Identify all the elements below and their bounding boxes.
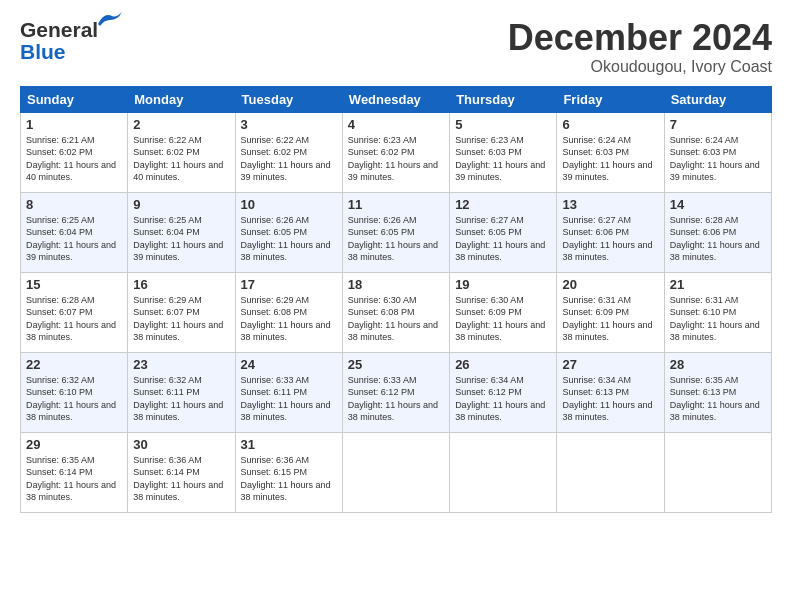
day-number: 13 [562, 197, 658, 212]
day-number: 15 [26, 277, 122, 292]
day-number: 28 [670, 357, 766, 372]
calendar-week-5: 29Sunrise: 6:35 AMSunset: 6:14 PMDayligh… [21, 432, 772, 512]
day-number: 5 [455, 117, 551, 132]
day-number: 23 [133, 357, 229, 372]
day-info: Sunrise: 6:29 AMSunset: 6:08 PMDaylight:… [241, 295, 331, 343]
calendar-cell: 18Sunrise: 6:30 AMSunset: 6:08 PMDayligh… [342, 272, 449, 352]
day-info: Sunrise: 6:28 AMSunset: 6:06 PMDaylight:… [670, 215, 760, 263]
day-info: Sunrise: 6:29 AMSunset: 6:07 PMDaylight:… [133, 295, 223, 343]
col-monday: Monday [128, 86, 235, 112]
calendar-cell: 14Sunrise: 6:28 AMSunset: 6:06 PMDayligh… [664, 192, 771, 272]
day-number: 29 [26, 437, 122, 452]
col-wednesday: Wednesday [342, 86, 449, 112]
day-number: 19 [455, 277, 551, 292]
day-info: Sunrise: 6:26 AMSunset: 6:05 PMDaylight:… [241, 215, 331, 263]
calendar-cell: 12Sunrise: 6:27 AMSunset: 6:05 PMDayligh… [450, 192, 557, 272]
calendar-cell: 25Sunrise: 6:33 AMSunset: 6:12 PMDayligh… [342, 352, 449, 432]
calendar-cell: 22Sunrise: 6:32 AMSunset: 6:10 PMDayligh… [21, 352, 128, 432]
day-info: Sunrise: 6:35 AMSunset: 6:13 PMDaylight:… [670, 375, 760, 423]
day-number: 16 [133, 277, 229, 292]
calendar-cell: 6Sunrise: 6:24 AMSunset: 6:03 PMDaylight… [557, 112, 664, 192]
calendar-cell: 1Sunrise: 6:21 AMSunset: 6:02 PMDaylight… [21, 112, 128, 192]
col-thursday: Thursday [450, 86, 557, 112]
day-info: Sunrise: 6:30 AMSunset: 6:08 PMDaylight:… [348, 295, 438, 343]
col-friday: Friday [557, 86, 664, 112]
calendar-cell [450, 432, 557, 512]
day-info: Sunrise: 6:21 AMSunset: 6:02 PMDaylight:… [26, 135, 116, 183]
logo-bird-icon [96, 10, 124, 28]
day-number: 24 [241, 357, 337, 372]
col-saturday: Saturday [664, 86, 771, 112]
day-number: 4 [348, 117, 444, 132]
calendar-week-3: 15Sunrise: 6:28 AMSunset: 6:07 PMDayligh… [21, 272, 772, 352]
calendar-cell: 21Sunrise: 6:31 AMSunset: 6:10 PMDayligh… [664, 272, 771, 352]
calendar-week-4: 22Sunrise: 6:32 AMSunset: 6:10 PMDayligh… [21, 352, 772, 432]
calendar-cell: 30Sunrise: 6:36 AMSunset: 6:14 PMDayligh… [128, 432, 235, 512]
day-number: 25 [348, 357, 444, 372]
calendar-cell: 28Sunrise: 6:35 AMSunset: 6:13 PMDayligh… [664, 352, 771, 432]
day-info: Sunrise: 6:23 AMSunset: 6:02 PMDaylight:… [348, 135, 438, 183]
day-info: Sunrise: 6:22 AMSunset: 6:02 PMDaylight:… [133, 135, 223, 183]
calendar-cell: 10Sunrise: 6:26 AMSunset: 6:05 PMDayligh… [235, 192, 342, 272]
day-number: 3 [241, 117, 337, 132]
day-number: 7 [670, 117, 766, 132]
day-info: Sunrise: 6:32 AMSunset: 6:10 PMDaylight:… [26, 375, 116, 423]
day-number: 17 [241, 277, 337, 292]
day-info: Sunrise: 6:24 AMSunset: 6:03 PMDaylight:… [562, 135, 652, 183]
calendar-week-2: 8Sunrise: 6:25 AMSunset: 6:04 PMDaylight… [21, 192, 772, 272]
calendar-cell: 2Sunrise: 6:22 AMSunset: 6:02 PMDaylight… [128, 112, 235, 192]
day-number: 27 [562, 357, 658, 372]
calendar-cell: 20Sunrise: 6:31 AMSunset: 6:09 PMDayligh… [557, 272, 664, 352]
day-number: 6 [562, 117, 658, 132]
calendar-cell: 29Sunrise: 6:35 AMSunset: 6:14 PMDayligh… [21, 432, 128, 512]
header: General Blue December 2024 Okoudougou, I… [20, 18, 772, 76]
page: General Blue December 2024 Okoudougou, I… [0, 0, 792, 612]
day-info: Sunrise: 6:33 AMSunset: 6:12 PMDaylight:… [348, 375, 438, 423]
calendar-cell [557, 432, 664, 512]
calendar-cell: 24Sunrise: 6:33 AMSunset: 6:11 PMDayligh… [235, 352, 342, 432]
calendar-cell: 7Sunrise: 6:24 AMSunset: 6:03 PMDaylight… [664, 112, 771, 192]
day-info: Sunrise: 6:27 AMSunset: 6:06 PMDaylight:… [562, 215, 652, 263]
day-number: 1 [26, 117, 122, 132]
day-number: 10 [241, 197, 337, 212]
location-subtitle: Okoudougou, Ivory Coast [508, 58, 772, 76]
calendar-cell: 23Sunrise: 6:32 AMSunset: 6:11 PMDayligh… [128, 352, 235, 432]
calendar-week-1: 1Sunrise: 6:21 AMSunset: 6:02 PMDaylight… [21, 112, 772, 192]
day-number: 2 [133, 117, 229, 132]
day-number: 8 [26, 197, 122, 212]
day-info: Sunrise: 6:34 AMSunset: 6:12 PMDaylight:… [455, 375, 545, 423]
calendar-cell: 26Sunrise: 6:34 AMSunset: 6:12 PMDayligh… [450, 352, 557, 432]
day-number: 14 [670, 197, 766, 212]
day-info: Sunrise: 6:36 AMSunset: 6:15 PMDaylight:… [241, 455, 331, 503]
day-info: Sunrise: 6:22 AMSunset: 6:02 PMDaylight:… [241, 135, 331, 183]
calendar-cell: 27Sunrise: 6:34 AMSunset: 6:13 PMDayligh… [557, 352, 664, 432]
calendar-table: Sunday Monday Tuesday Wednesday Thursday… [20, 86, 772, 513]
title-block: December 2024 Okoudougou, Ivory Coast [508, 18, 772, 76]
calendar-header-row: Sunday Monday Tuesday Wednesday Thursday… [21, 86, 772, 112]
logo: General Blue [20, 18, 126, 64]
day-info: Sunrise: 6:26 AMSunset: 6:05 PMDaylight:… [348, 215, 438, 263]
day-number: 20 [562, 277, 658, 292]
calendar-cell: 3Sunrise: 6:22 AMSunset: 6:02 PMDaylight… [235, 112, 342, 192]
calendar-cell: 13Sunrise: 6:27 AMSunset: 6:06 PMDayligh… [557, 192, 664, 272]
day-number: 21 [670, 277, 766, 292]
day-info: Sunrise: 6:33 AMSunset: 6:11 PMDaylight:… [241, 375, 331, 423]
day-info: Sunrise: 6:35 AMSunset: 6:14 PMDaylight:… [26, 455, 116, 503]
col-tuesday: Tuesday [235, 86, 342, 112]
calendar-cell: 8Sunrise: 6:25 AMSunset: 6:04 PMDaylight… [21, 192, 128, 272]
calendar-cell: 31Sunrise: 6:36 AMSunset: 6:15 PMDayligh… [235, 432, 342, 512]
day-info: Sunrise: 6:30 AMSunset: 6:09 PMDaylight:… [455, 295, 545, 343]
col-sunday: Sunday [21, 86, 128, 112]
calendar-cell: 15Sunrise: 6:28 AMSunset: 6:07 PMDayligh… [21, 272, 128, 352]
calendar-cell [664, 432, 771, 512]
day-info: Sunrise: 6:27 AMSunset: 6:05 PMDaylight:… [455, 215, 545, 263]
calendar-cell: 11Sunrise: 6:26 AMSunset: 6:05 PMDayligh… [342, 192, 449, 272]
day-number: 11 [348, 197, 444, 212]
day-number: 18 [348, 277, 444, 292]
logo-general: General [20, 18, 98, 41]
day-info: Sunrise: 6:25 AMSunset: 6:04 PMDaylight:… [133, 215, 223, 263]
calendar-cell: 16Sunrise: 6:29 AMSunset: 6:07 PMDayligh… [128, 272, 235, 352]
day-number: 31 [241, 437, 337, 452]
day-number: 22 [26, 357, 122, 372]
calendar-cell: 4Sunrise: 6:23 AMSunset: 6:02 PMDaylight… [342, 112, 449, 192]
